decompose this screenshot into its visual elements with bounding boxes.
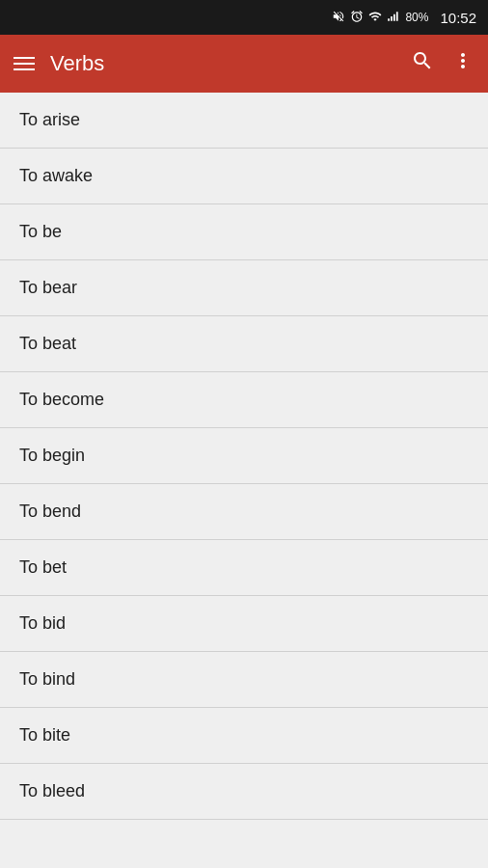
status-time: 10:52: [440, 10, 476, 26]
list-item[interactable]: To bear: [0, 260, 488, 316]
list-item[interactable]: To bid: [0, 596, 488, 652]
wifi-icon: [368, 10, 382, 26]
alarm-icon: [350, 10, 364, 26]
list-item[interactable]: To bind: [0, 652, 488, 708]
app-bar-actions: [411, 49, 474, 78]
more-options-icon[interactable]: [451, 49, 474, 78]
signal-icon: [387, 10, 400, 26]
status-bar: 80% 10:52: [0, 0, 488, 35]
list-item[interactable]: To be: [0, 204, 488, 260]
hamburger-line-1: [14, 57, 35, 59]
app-bar: Verbs: [0, 35, 488, 93]
hamburger-line-2: [14, 63, 35, 65]
status-icons: 80%: [332, 10, 428, 26]
verbs-list: To ariseTo awakeTo beTo bearTo beatTo be…: [0, 93, 488, 868]
hamburger-line-3: [14, 68, 35, 70]
list-item[interactable]: To begin: [0, 428, 488, 484]
list-item[interactable]: To bleed: [0, 764, 488, 820]
list-item[interactable]: To bend: [0, 484, 488, 540]
list-item[interactable]: To arise: [0, 93, 488, 149]
menu-button[interactable]: [14, 57, 35, 70]
list-item[interactable]: To bite: [0, 708, 488, 764]
list-item[interactable]: To awake: [0, 149, 488, 204]
list-item[interactable]: To become: [0, 372, 488, 428]
search-icon[interactable]: [411, 49, 434, 78]
mute-icon: [332, 10, 345, 26]
list-item[interactable]: To beat: [0, 316, 488, 372]
battery-icon: 80%: [405, 11, 428, 24]
app-title: Verbs: [50, 51, 395, 76]
list-item[interactable]: To bet: [0, 540, 488, 596]
